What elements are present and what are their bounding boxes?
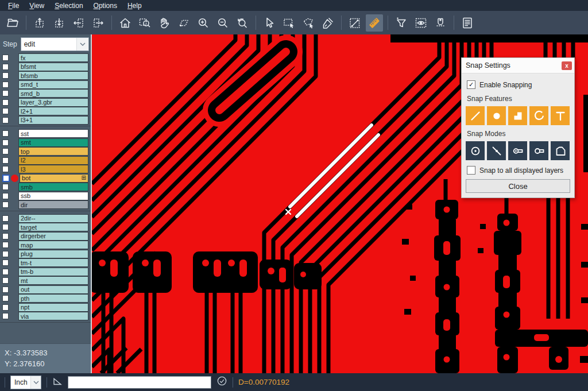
layer-label-l3+1[interactable]: l3+1 — [18, 116, 88, 125]
layer-row-l2+1[interactable]: l2+1 — [0, 107, 91, 116]
pan-button[interactable] — [156, 14, 173, 32]
display-options-button[interactable] — [412, 14, 430, 32]
layer-visibility-checkbox[interactable] — [2, 224, 9, 230]
layer-visibility-checkbox[interactable] — [2, 184, 9, 190]
layer-row-out[interactable]: out — [0, 285, 91, 295]
snap-mode-pad-with-hole-button[interactable] — [508, 141, 527, 160]
layer-visibility-checkbox[interactable] — [2, 130, 9, 137]
menu-options[interactable]: Options — [88, 1, 122, 10]
snap-feature-arc-button[interactable] — [529, 106, 548, 125]
layer-label-smt[interactable]: smt — [18, 138, 88, 147]
layer-visibility-checkbox[interactable] — [2, 295, 9, 301]
select-polygon-button[interactable] — [300, 14, 317, 32]
layer-row-tm-t[interactable]: tm-t — [0, 258, 91, 268]
menu-selection[interactable]: Selection — [49, 1, 88, 10]
layer-row-sst[interactable]: sst — [0, 129, 91, 138]
layer-row-dir[interactable]: dir — [0, 200, 91, 210]
layer-visibility-checkbox[interactable] — [2, 175, 10, 182]
layer-label-sst[interactable]: sst — [18, 129, 88, 138]
layer-label-dirgerber[interactable]: dirgerber — [18, 232, 88, 241]
snap-mode-contour-button[interactable] — [551, 141, 570, 160]
shift-down-button[interactable] — [51, 14, 68, 32]
layer-label-out[interactable]: out — [18, 285, 88, 294]
step-dropdown[interactable]: edit — [21, 37, 89, 51]
layer-label-layer_3.gbr[interactable]: layer_3.gbr — [18, 98, 88, 107]
layer-label-plug[interactable]: plug — [18, 250, 88, 258]
measure-point-to-point-button[interactable] — [346, 14, 363, 32]
command-input[interactable] — [68, 376, 211, 389]
zoom-out-button[interactable] — [214, 14, 231, 32]
layer-row-target[interactable]: target — [0, 223, 91, 232]
shift-left-button[interactable] — [70, 14, 87, 32]
zoom-polygon-button[interactable] — [175, 14, 192, 32]
layer-row-l3+1[interactable]: l3+1 — [0, 116, 91, 125]
snap-mode-midpoint-button[interactable] — [487, 141, 506, 160]
layer-label-target[interactable]: target — [18, 223, 88, 231]
layer-label-2dir--[interactable]: 2dir-- — [18, 214, 88, 223]
layer-visibility-checkbox[interactable] — [2, 90, 9, 96]
layer-label-via[interactable]: via — [18, 312, 88, 320]
snap-feature-pad-button[interactable] — [487, 106, 506, 125]
layer-label-smb[interactable]: smb — [18, 183, 88, 191]
snap-settings-titlebar[interactable]: Snap Settings x — [462, 58, 574, 73]
layer-label-bfsmb[interactable]: bfsmb — [18, 71, 88, 80]
layer-row-smd_t[interactable]: smd_t — [0, 80, 91, 90]
layer-label-top[interactable]: top — [18, 147, 88, 156]
layer-label-smd_t[interactable]: smd_t — [18, 80, 88, 89]
layer-row-plug[interactable]: plug — [0, 250, 91, 259]
layer-row-l2[interactable]: l2 — [0, 156, 91, 165]
chevron-down-icon[interactable] — [30, 376, 41, 389]
menu-view[interactable]: View — [24, 1, 49, 10]
enable-snapping-checkbox[interactable]: ✓ — [467, 80, 475, 89]
chevron-down-icon[interactable] — [76, 38, 88, 51]
layer-row-fx[interactable]: fx — [0, 53, 91, 63]
layer-label-tm-t[interactable]: tm-t — [18, 258, 88, 267]
apply-check-icon[interactable] — [216, 375, 227, 389]
close-icon[interactable]: x — [562, 61, 572, 70]
unit-dropdown[interactable]: Inch — [10, 375, 41, 389]
layer-visibility-checkbox[interactable] — [2, 108, 9, 114]
layer-row-mt[interactable]: mt — [0, 276, 91, 285]
menu-file[interactable]: File — [3, 1, 24, 10]
layer-row-smt[interactable]: smt — [0, 138, 91, 148]
layer-label-l2+1[interactable]: l2+1 — [18, 107, 88, 115]
layer-row-bfsmt[interactable]: bfsmt — [0, 63, 91, 72]
layer-row-via[interactable]: via — [0, 312, 91, 321]
select-rectangle-button[interactable] — [280, 14, 297, 32]
layer-label-l2[interactable]: l2 — [18, 156, 88, 165]
layer-label-ssb[interactable]: ssb — [18, 192, 88, 200]
layer-row-map[interactable]: map — [0, 241, 91, 250]
clear-selection-button[interactable] — [319, 14, 336, 32]
layer-label-fx[interactable]: fx — [18, 53, 88, 62]
snap-button[interactable] — [432, 14, 449, 32]
layer-label-pth[interactable]: pth — [18, 294, 88, 303]
filter-button[interactable] — [393, 14, 410, 32]
layer-row-bfsmb[interactable]: bfsmb — [0, 71, 91, 80]
layer-label-smd_b[interactable]: smd_b — [18, 89, 88, 98]
layer-label-map[interactable]: map — [18, 241, 88, 249]
layer-label-bfsmt[interactable]: bfsmt — [18, 63, 88, 71]
layer-visibility-checkbox[interactable] — [2, 277, 9, 284]
snap-feature-surface-button[interactable] — [508, 106, 527, 125]
layer-visibility-checkbox[interactable] — [2, 117, 9, 123]
layer-label-tm-b[interactable]: tm-b — [18, 268, 88, 276]
layer-row-smb[interactable]: smb — [0, 183, 91, 192]
layer-visibility-checkbox[interactable] — [2, 251, 9, 257]
menu-help[interactable]: Help — [122, 1, 147, 10]
layer-grid-icon[interactable]: ⊞ — [82, 175, 86, 181]
layer-label-bot[interactable]: bot⊞ — [20, 174, 88, 183]
shift-right-button[interactable] — [90, 14, 107, 32]
close-button[interactable]: Close — [466, 179, 570, 193]
layer-visibility-checkbox[interactable] — [2, 242, 9, 248]
layer-visibility-checkbox[interactable] — [2, 260, 9, 266]
layer-row-2dir--[interactable]: 2dir-- — [0, 214, 91, 223]
layer-visibility-checkbox[interactable] — [2, 202, 9, 208]
layer-visibility-checkbox[interactable] — [2, 140, 9, 146]
layer-row-layer_3.gbr[interactable]: layer_3.gbr — [0, 98, 91, 107]
layer-visibility-checkbox[interactable] — [2, 72, 9, 79]
layer-row-bot[interactable]: bot⊞ — [0, 174, 91, 183]
layer-row-top[interactable]: top — [0, 147, 91, 156]
layer-label-dir[interactable]: dir — [18, 200, 88, 209]
snap-all-layers-checkbox[interactable] — [467, 166, 475, 175]
layer-visibility-checkbox[interactable] — [2, 166, 9, 172]
